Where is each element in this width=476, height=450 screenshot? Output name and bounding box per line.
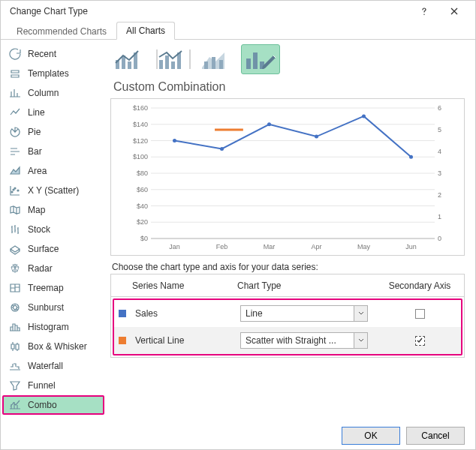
templates-icon bbox=[8, 68, 22, 80]
subtype-clustered-column-line-secondary[interactable] bbox=[154, 44, 193, 74]
surface-icon bbox=[8, 243, 22, 255]
sidebar-item-label: Waterfall bbox=[28, 361, 63, 371]
svg-text:6: 6 bbox=[438, 104, 441, 112]
cancel-button[interactable]: Cancel bbox=[406, 427, 465, 445]
chart-type-select[interactable]: Line bbox=[240, 305, 368, 322]
sidebar-item-label: Funnel bbox=[28, 380, 56, 391]
sidebar-item-templates[interactable]: Templates bbox=[1, 64, 106, 83]
sunburst-icon bbox=[8, 302, 22, 314]
secondary-axis-checkbox[interactable] bbox=[415, 336, 425, 346]
subtype-stacked-area-column[interactable] bbox=[197, 44, 236, 74]
svg-point-3 bbox=[13, 189, 14, 190]
sidebar-item-label: Map bbox=[28, 205, 45, 215]
svg-point-58 bbox=[362, 114, 366, 118]
window-controls bbox=[409, 1, 469, 22]
sidebar-item-area[interactable]: Area bbox=[1, 161, 106, 181]
svg-text:$120: $120 bbox=[133, 137, 148, 145]
sidebar-item-histogram[interactable]: Histogram bbox=[1, 317, 106, 337]
pie-icon bbox=[8, 126, 22, 138]
subtype-clustered-column-line[interactable] bbox=[110, 44, 149, 74]
svg-point-54 bbox=[173, 139, 176, 142]
sidebar-item-funnel[interactable]: Funnel bbox=[1, 376, 106, 395]
sidebar-item-label: Sunburst bbox=[28, 302, 64, 313]
series-table: Series Name Chart Type Secondary Axis Sa… bbox=[110, 274, 465, 358]
section-title: Custom Combination bbox=[113, 80, 465, 94]
sidebar-item-sunburst[interactable]: Sunburst bbox=[1, 298, 106, 317]
sidebar-item-surface[interactable]: Surface bbox=[1, 239, 106, 259]
subtype-custom-combination[interactable] bbox=[241, 44, 280, 74]
area-icon bbox=[8, 165, 22, 177]
treemap-icon bbox=[8, 282, 22, 294]
bar-icon bbox=[8, 146, 22, 158]
secondary-axis-cell bbox=[383, 336, 456, 346]
sidebar-item-label: Radar bbox=[28, 263, 53, 274]
sidebar-item-box-whisker[interactable]: Box & Whisker bbox=[1, 337, 106, 356]
dialog-footer: OK Cancel bbox=[1, 419, 475, 450]
tab-all-charts[interactable]: All Charts bbox=[116, 22, 175, 40]
tab-bar: Recommended Charts All Charts bbox=[1, 22, 475, 40]
chevron-down-icon bbox=[354, 333, 367, 348]
column-icon bbox=[8, 87, 22, 99]
svg-text:$80: $80 bbox=[137, 170, 148, 177]
sidebar-item-treemap[interactable]: Treemap bbox=[1, 278, 106, 298]
svg-rect-12 bbox=[171, 62, 175, 69]
secondary-axis-cell bbox=[383, 309, 456, 319]
sidebar-item-label: Templates bbox=[28, 68, 69, 79]
sidebar-item-waterfall[interactable]: Waterfall bbox=[1, 356, 106, 376]
sidebar-item-x-y-scatter-[interactable]: X Y (Scatter) bbox=[1, 181, 106, 200]
sidebar-item-radar[interactable]: Radar bbox=[1, 259, 106, 278]
sidebar-item-line[interactable]: Line bbox=[1, 103, 106, 122]
sidebar-item-combo[interactable]: Combo bbox=[2, 395, 104, 415]
secondary-axis-checkbox[interactable] bbox=[415, 309, 425, 319]
sidebar-item-label: Box & Whisker bbox=[28, 341, 87, 352]
sidebar-item-map[interactable]: Map bbox=[1, 200, 106, 220]
main-panel: Custom Combination $0$20$40$60$80$100$12… bbox=[106, 40, 475, 419]
svg-text:$160: $160 bbox=[133, 104, 148, 112]
svg-rect-11 bbox=[165, 56, 169, 69]
chart-type-select[interactable]: Scatter with Straight ... bbox=[240, 332, 368, 349]
chart-preview-svg: $0$20$40$60$80$100$120$140$1600123456Jan… bbox=[116, 104, 459, 254]
svg-text:$60: $60 bbox=[137, 186, 148, 194]
box-whisker-icon bbox=[8, 340, 22, 352]
sidebar-item-stock[interactable]: Stock bbox=[1, 220, 106, 239]
series-color-swatch bbox=[119, 337, 126, 344]
close-button[interactable] bbox=[439, 1, 469, 22]
svg-rect-8 bbox=[128, 62, 131, 69]
ok-button[interactable]: OK bbox=[342, 427, 400, 445]
svg-text:0: 0 bbox=[438, 235, 441, 242]
sidebar-item-pie[interactable]: Pie bbox=[1, 122, 106, 142]
help-button[interactable] bbox=[409, 1, 439, 22]
sidebar-item-label: Bar bbox=[28, 146, 42, 157]
svg-text:$20: $20 bbox=[137, 218, 148, 226]
dialog-body: RecentTemplatesColumnLinePieBarAreaX Y (… bbox=[1, 40, 475, 419]
svg-text:$100: $100 bbox=[133, 153, 148, 160]
combo-subtype-row bbox=[110, 44, 465, 74]
chart-type-value: Line bbox=[246, 308, 263, 319]
series-header-text: Choose the chart type and axis for your … bbox=[112, 262, 465, 272]
series-name: Vertical Line bbox=[135, 335, 240, 346]
sidebar-item-bar[interactable]: Bar bbox=[1, 142, 106, 161]
col-chart-type: Chart Type bbox=[237, 280, 380, 291]
svg-rect-16 bbox=[204, 62, 208, 69]
waterfall-icon bbox=[8, 360, 22, 372]
sidebar-item-label: Treemap bbox=[28, 283, 64, 293]
svg-text:2: 2 bbox=[438, 191, 441, 199]
svg-text:5: 5 bbox=[438, 126, 441, 134]
series-row-sales: Sales Line bbox=[114, 300, 461, 327]
series-table-header: Series Name Chart Type Secondary Axis bbox=[111, 274, 464, 297]
tab-recommended-charts[interactable]: Recommended Charts bbox=[7, 22, 116, 40]
sidebar-item-column[interactable]: Column bbox=[1, 83, 106, 103]
svg-point-59 bbox=[409, 155, 413, 159]
svg-rect-19 bbox=[246, 58, 251, 69]
svg-text:Jun: Jun bbox=[405, 243, 417, 250]
col-secondary-axis: Secondary Axis bbox=[380, 280, 459, 291]
svg-point-2 bbox=[17, 190, 19, 191]
sidebar-item-label: Stock bbox=[28, 224, 50, 235]
svg-rect-17 bbox=[212, 57, 215, 69]
svg-text:Mar: Mar bbox=[264, 243, 276, 250]
sidebar-item-recent[interactable]: Recent bbox=[1, 44, 106, 64]
titlebar: Change Chart Type bbox=[1, 1, 475, 22]
svg-text:4: 4 bbox=[438, 148, 441, 155]
svg-point-0 bbox=[11, 191, 13, 193]
series-rows-highlight: Sales Line Vertical Line Scatter with St… bbox=[113, 298, 462, 356]
